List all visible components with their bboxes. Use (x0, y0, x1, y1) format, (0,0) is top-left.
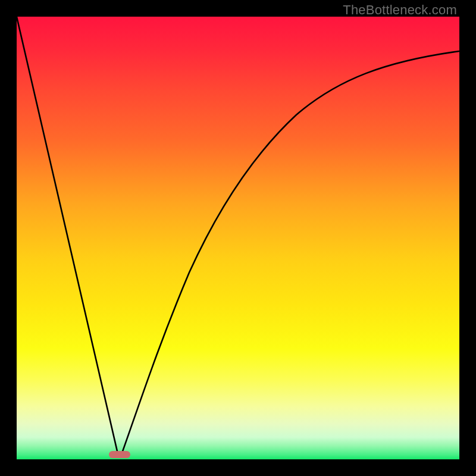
chart-frame (0, 0, 476, 476)
watermark-text: TheBottleneck.com (343, 2, 457, 18)
